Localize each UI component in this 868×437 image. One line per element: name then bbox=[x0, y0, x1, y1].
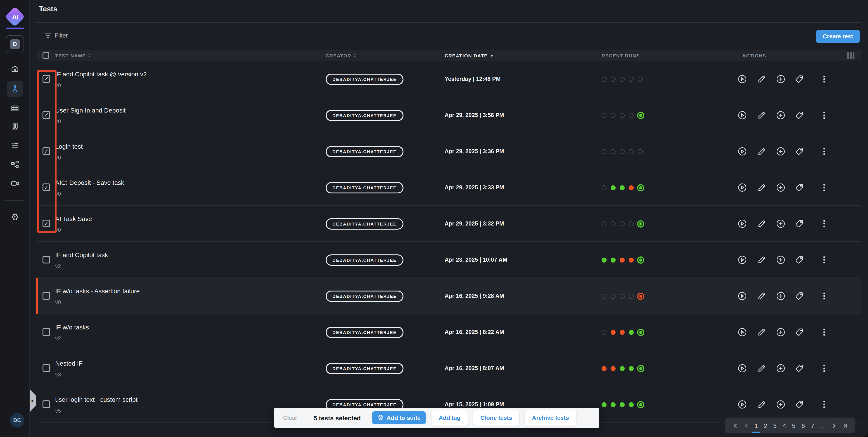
test-name[interactable]: IF w/o tasks bbox=[55, 324, 89, 331]
row-checkbox[interactable]: ✓ bbox=[42, 111, 50, 119]
page-number-4[interactable]: 4 bbox=[782, 422, 786, 429]
test-name[interactable]: IF and Copilot task bbox=[55, 251, 108, 259]
add-to-suite-row-button[interactable] bbox=[776, 183, 785, 192]
more-actions-button[interactable] bbox=[820, 219, 828, 228]
tag-icon-button[interactable] bbox=[795, 364, 804, 373]
column-settings-icon[interactable] bbox=[847, 53, 855, 59]
page-number-2[interactable]: 2 bbox=[764, 422, 767, 429]
test-name[interactable]: AI Task Save bbox=[55, 215, 92, 222]
more-actions-button[interactable] bbox=[820, 400, 828, 409]
more-actions-button[interactable] bbox=[820, 255, 828, 264]
edit-test-button[interactable] bbox=[757, 255, 766, 264]
row-checkbox[interactable] bbox=[42, 256, 50, 264]
edit-test-button[interactable] bbox=[757, 74, 766, 83]
run-test-button[interactable] bbox=[738, 219, 747, 228]
tag-icon-button[interactable] bbox=[795, 255, 804, 264]
sidebar-item-settings[interactable]: ⚙ bbox=[10, 212, 20, 222]
more-actions-button[interactable] bbox=[820, 292, 828, 301]
edit-test-button[interactable] bbox=[757, 147, 766, 156]
more-actions-button[interactable] bbox=[820, 111, 828, 120]
next-page-button[interactable] bbox=[832, 423, 837, 428]
row-checkbox[interactable] bbox=[42, 400, 50, 408]
sidebar-item-test-suites[interactable] bbox=[10, 123, 20, 132]
tag-icon-button[interactable] bbox=[795, 183, 804, 192]
run-test-button[interactable] bbox=[738, 364, 747, 373]
edit-test-button[interactable] bbox=[757, 292, 766, 301]
first-page-button[interactable] bbox=[733, 423, 738, 428]
sidebar-item-home[interactable] bbox=[10, 64, 20, 73]
tag-icon-button[interactable] bbox=[795, 400, 804, 409]
column-header-creator[interactable]: CREATOR ▲▼ bbox=[326, 50, 356, 61]
column-header-creation-date[interactable]: CREATION DATE ▼ bbox=[445, 50, 494, 61]
sidebar-item-workflows[interactable] bbox=[10, 160, 20, 169]
run-test-button[interactable] bbox=[738, 183, 747, 192]
row-checkbox[interactable]: ✓ bbox=[42, 183, 50, 191]
filter-button[interactable]: Filter bbox=[44, 32, 68, 39]
add-to-suite-row-button[interactable] bbox=[776, 400, 785, 409]
add-to-suite-row-button[interactable] bbox=[776, 111, 785, 120]
run-test-button[interactable] bbox=[738, 111, 747, 120]
create-test-button[interactable]: Create test bbox=[816, 30, 860, 43]
user-avatar[interactable]: DC bbox=[10, 413, 24, 428]
test-name[interactable]: Nested IF bbox=[55, 360, 83, 367]
test-name[interactable]: IF w/o tasks - Assertion failure bbox=[55, 288, 140, 295]
run-test-button[interactable] bbox=[738, 292, 747, 301]
more-actions-button[interactable] bbox=[820, 183, 828, 192]
tag-icon-button[interactable] bbox=[795, 74, 804, 83]
page-number-3[interactable]: 3 bbox=[773, 422, 777, 429]
edit-test-button[interactable] bbox=[757, 364, 766, 373]
more-actions-button[interactable] bbox=[820, 147, 828, 156]
row-checkbox[interactable] bbox=[42, 328, 50, 336]
run-test-button[interactable] bbox=[738, 147, 747, 156]
clone-tests-button[interactable]: Clone tests bbox=[473, 410, 519, 426]
add-to-suite-row-button[interactable] bbox=[776, 255, 785, 264]
tag-icon-button[interactable] bbox=[795, 328, 804, 337]
row-checkbox[interactable]: ✓ bbox=[42, 75, 50, 83]
edit-test-button[interactable] bbox=[757, 183, 766, 192]
row-checkbox[interactable] bbox=[42, 292, 50, 300]
edit-test-button[interactable] bbox=[757, 111, 766, 120]
run-test-button[interactable] bbox=[738, 255, 747, 264]
run-test-button[interactable] bbox=[738, 400, 747, 409]
page-number-6[interactable]: 6 bbox=[801, 422, 805, 429]
page-number-1[interactable]: 1 bbox=[754, 422, 758, 429]
run-test-button[interactable] bbox=[738, 328, 747, 337]
test-name[interactable]: AIC: Deposit - Save task bbox=[55, 179, 124, 186]
sidebar-item-results[interactable] bbox=[10, 104, 20, 113]
add-to-suite-row-button[interactable] bbox=[776, 328, 785, 337]
app-logo-icon[interactable]: AI bbox=[5, 6, 25, 27]
workspace-selector[interactable]: D bbox=[6, 35, 24, 53]
more-actions-button[interactable] bbox=[820, 328, 828, 337]
tag-icon-button[interactable] bbox=[795, 292, 804, 301]
more-actions-button[interactable] bbox=[820, 364, 828, 373]
add-to-suite-button[interactable]: Add to suite bbox=[372, 411, 426, 424]
test-name[interactable]: Login test bbox=[55, 143, 83, 150]
archive-tests-button[interactable]: Archive tests bbox=[525, 410, 576, 426]
sidebar-item-tests[interactable] bbox=[10, 85, 20, 94]
more-actions-button[interactable] bbox=[820, 74, 828, 83]
tag-icon-button[interactable] bbox=[795, 111, 804, 120]
add-tag-button[interactable]: Add tag bbox=[431, 410, 468, 426]
column-header-test-name[interactable]: TEST NAME ▲▼ bbox=[55, 50, 91, 61]
add-to-suite-row-button[interactable] bbox=[776, 74, 785, 83]
sidebar-item-recordings[interactable] bbox=[10, 179, 20, 188]
sidebar-item-task-list[interactable] bbox=[10, 141, 20, 150]
row-checkbox[interactable]: ✓ bbox=[42, 220, 50, 227]
add-to-suite-row-button[interactable] bbox=[776, 292, 785, 301]
run-test-button[interactable] bbox=[738, 74, 747, 83]
previous-page-button[interactable] bbox=[744, 423, 748, 428]
edit-test-button[interactable] bbox=[757, 400, 766, 409]
clear-selection-button[interactable]: Clear bbox=[283, 415, 298, 421]
test-name[interactable]: User Sign In and Deposit bbox=[55, 107, 126, 114]
edit-test-button[interactable] bbox=[757, 328, 766, 337]
row-checkbox[interactable] bbox=[42, 364, 50, 372]
page-number-5[interactable]: 5 bbox=[792, 422, 796, 429]
test-name[interactable]: user login text - custom script bbox=[55, 396, 137, 403]
test-name[interactable]: IF and Copilot task @ version v2 bbox=[55, 70, 147, 78]
select-all-checkbox[interactable] bbox=[42, 52, 49, 59]
add-to-suite-row-button[interactable] bbox=[776, 147, 785, 156]
add-to-suite-row-button[interactable] bbox=[776, 364, 785, 373]
edit-test-button[interactable] bbox=[757, 219, 766, 228]
page-number-7[interactable]: 7 bbox=[811, 422, 814, 429]
tag-icon-button[interactable] bbox=[795, 219, 804, 228]
